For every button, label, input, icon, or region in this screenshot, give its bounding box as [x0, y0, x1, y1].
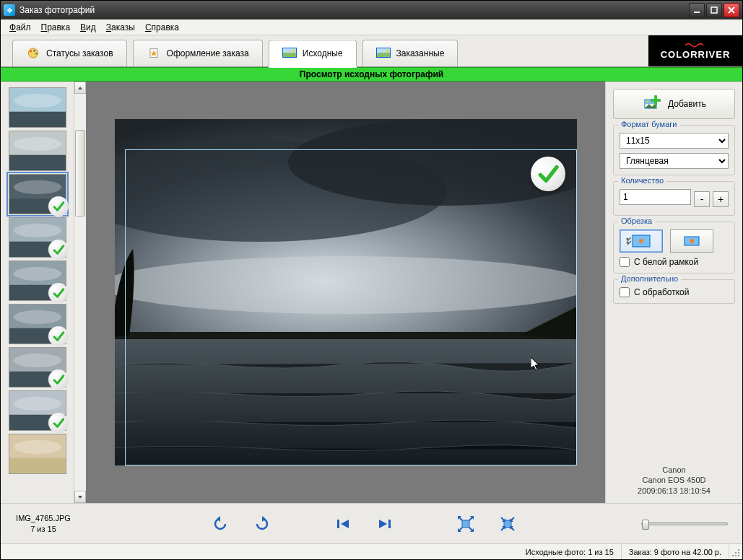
svg-point-25: [13, 310, 61, 324]
thumbnail[interactable]: [9, 347, 66, 388]
crop-group: Обрезка С белой рамкой: [613, 222, 735, 274]
processing-label: С обработкой: [634, 287, 689, 297]
image-metadata: Canon Canon EOS 450D 2009:06:13 18:10:54: [613, 465, 735, 496]
meta-make: Canon: [613, 465, 735, 475]
scroll-up-button[interactable]: [74, 82, 86, 94]
thumbnail[interactable]: [9, 390, 66, 431]
main-area: Добавить Формат бумаги 11x15 Глянцевая К…: [1, 82, 742, 503]
right-panel: Добавить Формат бумаги 11x15 Глянцевая К…: [605, 82, 742, 503]
thumbnail[interactable]: [9, 217, 66, 258]
resize-grip[interactable]: [729, 544, 742, 559]
qty-minus-button[interactable]: -: [694, 191, 710, 207]
tab-ordered[interactable]: Заказанные: [362, 40, 459, 66]
thumbnail[interactable]: [9, 434, 66, 474]
photo-icon: [376, 48, 391, 59]
bottom-toolbar: IMG_4765.JPG 7 из 15: [1, 503, 742, 543]
tab-label: Статусы заказов: [46, 48, 113, 58]
thumb-check-badge: [48, 240, 69, 260]
preview-pane[interactable]: [86, 82, 605, 503]
svg-marker-62: [379, 520, 387, 528]
maximize-button[interactable]: [706, 3, 722, 17]
svg-rect-50: [651, 99, 661, 102]
thumbnail[interactable]: [9, 304, 66, 344]
meta-datetime: 2009:06:13 18:10:54: [613, 486, 735, 496]
thumbnail[interactable]: [9, 87, 66, 128]
thumbnail-list: [1, 82, 74, 503]
scroll-thumb[interactable]: [75, 130, 85, 216]
menu-view[interactable]: Вид: [76, 21, 100, 34]
svg-point-54: [627, 242, 629, 244]
viewer-title-text: Просмотр исходных фотографий: [300, 69, 443, 79]
processing-checkbox[interactable]: [620, 287, 630, 297]
brand-logo: COLORRIVER: [648, 35, 742, 66]
svg-point-56: [690, 239, 694, 243]
thumbnail[interactable]: [9, 131, 66, 171]
thumb-check-badge: [48, 283, 69, 303]
minimize-button[interactable]: [689, 3, 705, 17]
palette-icon: [26, 48, 40, 59]
svg-rect-75: [738, 552, 739, 554]
extra-legend: Дополнительно: [618, 274, 681, 283]
svg-point-19: [13, 224, 61, 237]
wave-icon: [685, 42, 705, 48]
processing-option[interactable]: С обработкой: [620, 287, 729, 297]
svg-point-16: [13, 180, 61, 194]
svg-rect-74: [735, 552, 737, 554]
viewer-title-bar: Просмотр исходных фотографий: [1, 67, 742, 82]
svg-marker-35: [78, 87, 82, 89]
thumbnail[interactable]: [9, 261, 66, 301]
tab-order-statuses[interactable]: Статусы заказов: [12, 40, 127, 66]
menu-orders[interactable]: Заказы: [102, 21, 139, 34]
svg-point-53: [627, 238, 629, 240]
thumb-scrollbar[interactable]: [74, 82, 86, 503]
add-plus-icon: [642, 94, 662, 114]
window-title: Заказ фотографий: [19, 5, 689, 15]
add-button[interactable]: Добавить: [613, 89, 735, 119]
thumb-check-badge: [48, 196, 69, 216]
meta-model: Canon EOS 450D: [613, 475, 735, 485]
svg-rect-0: [694, 12, 700, 13]
paper-size-select[interactable]: 11x15: [620, 133, 729, 149]
crop-mode-fill[interactable]: [620, 229, 663, 253]
svg-point-5: [35, 53, 38, 55]
svg-rect-33: [9, 458, 66, 473]
thumbnail[interactable]: [9, 174, 66, 214]
paper-finish-select[interactable]: Глянцевая: [620, 153, 729, 169]
tab-label: Оформление заказа: [167, 48, 249, 58]
scroll-down-button[interactable]: [74, 491, 86, 503]
zoom-thumb[interactable]: [642, 520, 649, 530]
menu-file[interactable]: Файл: [5, 21, 35, 34]
menu-help[interactable]: Справка: [141, 21, 183, 34]
fit-screen-button[interactable]: [457, 515, 474, 533]
scroll-track[interactable]: [74, 94, 86, 491]
svg-point-31: [13, 397, 61, 411]
svg-point-13: [13, 137, 61, 151]
close-button[interactable]: [724, 3, 739, 17]
actual-size-button[interactable]: [499, 515, 516, 533]
selected-check-badge[interactable]: [531, 157, 565, 191]
first-button[interactable]: [334, 515, 352, 533]
crop-mode-fit[interactable]: [670, 229, 713, 253]
svg-marker-60: [341, 520, 349, 528]
svg-rect-9: [9, 112, 66, 127]
tab-source[interactable]: Исходные: [269, 40, 357, 66]
rotate-right-button[interactable]: [253, 515, 271, 533]
qty-input[interactable]: [620, 189, 691, 205]
tab-checkout[interactable]: Оформление заказа: [133, 40, 263, 66]
title-bar[interactable]: ❖ Заказ фотографий: [1, 1, 742, 19]
zoom-track[interactable]: [641, 522, 728, 525]
tab-bar: Статусы заказов Оформление заказа Исходн…: [1, 35, 742, 67]
filename-text: IMG_4765.JPG: [1, 513, 86, 523]
svg-rect-59: [337, 520, 339, 528]
white-frame-checkbox[interactable]: [620, 257, 630, 267]
qty-plus-button[interactable]: +: [713, 191, 729, 207]
check-icon: [536, 162, 560, 185]
menu-edit[interactable]: Правка: [37, 21, 75, 34]
zoom-slider[interactable]: [641, 522, 728, 525]
paper-format-group: Формат бумаги 11x15 Глянцевая: [613, 125, 735, 175]
rotate-left-button[interactable]: [212, 515, 229, 533]
svg-rect-12: [9, 155, 66, 170]
status-source-count: Исходные фото: 1 из 15: [518, 544, 622, 559]
last-button[interactable]: [376, 515, 394, 533]
white-frame-option[interactable]: С белой рамкой: [620, 257, 729, 267]
